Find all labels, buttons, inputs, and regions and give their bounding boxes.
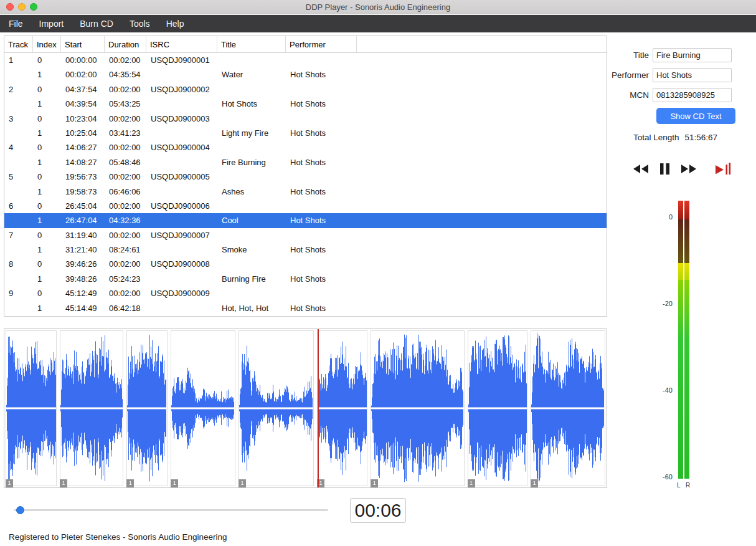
menu-tools[interactable]: Tools	[121, 15, 158, 32]
cell-isrc	[146, 67, 217, 82]
cell-isrc	[146, 126, 217, 140]
performer-field[interactable]	[653, 68, 732, 82]
waveform-segment[interactable]	[239, 330, 314, 486]
meter-red-zone	[678, 201, 683, 219]
window-title: DDP Player - Sonoris Audio Engineering	[0, 0, 756, 14]
cell-title: Water	[217, 67, 286, 82]
table-row[interactable]: 8039:46:2600:02:00USQDJ0900008	[4, 257, 607, 271]
table-row[interactable]: 5019:56:7300:02:00USQDJ0900005	[4, 170, 607, 184]
cell-title	[217, 140, 286, 155]
cell-track	[4, 126, 33, 140]
cell-title: Hot Shots	[217, 97, 286, 111]
column-header-track[interactable]: Track	[4, 36, 33, 52]
table-row[interactable]: 126:47:0404:32:36CoolHot Shots	[4, 213, 607, 228]
table-row[interactable]: 9045:12:4900:02:00USQDJ0900009	[4, 286, 607, 300]
cell-duration: 06:46:06	[105, 184, 146, 199]
column-header-isrc[interactable]: ISRC	[146, 36, 217, 52]
column-header-index[interactable]: Index	[33, 36, 61, 52]
cell-start: 39:46:26	[61, 257, 105, 271]
waveform-segment[interactable]	[171, 330, 235, 486]
column-header-performer[interactable]: Performer	[286, 36, 357, 52]
cell-start: 26:45:04	[61, 199, 105, 213]
cell-isrc	[146, 301, 217, 315]
show-cd-text-button[interactable]: Show CD Text	[656, 108, 735, 124]
cell-isrc: USQDJ0900001	[146, 53, 217, 67]
title-field[interactable]	[653, 48, 732, 62]
column-header-duration[interactable]: Duration	[105, 36, 146, 52]
cell-title: Cool	[217, 213, 286, 228]
cell-start: 04:37:54	[61, 82, 105, 97]
cell-index: 1	[33, 301, 61, 315]
cell-performer	[286, 170, 357, 184]
cell-duration: 00:02:00	[105, 286, 146, 300]
table-row[interactable]: 104:39:5405:43:25Hot ShotsHot Shots	[4, 97, 607, 111]
table-row[interactable]: 6026:45:0400:02:00USQDJ0900006	[4, 199, 607, 213]
column-header-start[interactable]: Start	[61, 36, 105, 52]
table-row[interactable]: 110:25:0403:41:23Light my FireHot Shots	[4, 126, 607, 140]
table-row[interactable]: 1000:00:0000:02:00USQDJ0900001	[4, 53, 607, 67]
menu-help[interactable]: Help	[158, 15, 192, 32]
playhead-cursor[interactable]	[318, 329, 319, 487]
menu-file[interactable]: File	[1, 15, 31, 32]
cell-duration: 04:32:36	[105, 213, 146, 228]
table-row[interactable]: 2004:37:5400:02:00USQDJ0900002	[4, 82, 607, 97]
table-row[interactable]: 139:48:2605:24:23Burning FireHot Shots	[4, 272, 607, 286]
table-body: 1000:00:0000:02:00USQDJ0900001100:02:000…	[4, 53, 607, 315]
cell-title	[217, 199, 286, 213]
waveform-segment[interactable]	[468, 330, 528, 486]
rewind-button[interactable]	[633, 163, 649, 176]
waveform-display[interactable]: 111111111	[4, 328, 607, 488]
cell-track: 9	[4, 286, 33, 300]
total-length-value: 51:56:67	[685, 133, 718, 142]
column-header-title[interactable]: Title	[217, 36, 286, 52]
cell-track: 5	[4, 170, 33, 184]
menu-import[interactable]: Import	[31, 15, 72, 32]
slider-thumb[interactable]	[16, 506, 24, 514]
mcn-field[interactable]	[653, 88, 732, 102]
waveform-segment[interactable]	[126, 330, 168, 486]
waveform-segment[interactable]	[6, 330, 57, 486]
cell-title	[217, 257, 286, 271]
table-row[interactable]: 114:08:2705:48:46Fire BurningHot Shots	[4, 155, 607, 170]
time-display: 00:06	[350, 498, 406, 523]
cell-index: 0	[33, 112, 61, 126]
play-to-marker-button[interactable]	[716, 163, 732, 176]
table-row[interactable]: 4014:06:2700:02:00USQDJ0900004	[4, 140, 607, 155]
meter-bar-right	[684, 201, 689, 479]
table-row[interactable]: 145:14:4906:42:18Hot, Hot, HotHot Shots	[4, 301, 607, 315]
cell-performer: Hot Shots	[286, 97, 357, 111]
meter-dim-zone	[678, 219, 683, 263]
cell-track	[4, 155, 33, 170]
waveform-segment[interactable]	[371, 330, 464, 486]
total-length-row: Total Length 51:56:67	[633, 133, 756, 142]
cell-isrc: USQDJ0900002	[146, 82, 217, 97]
cell-title	[217, 170, 286, 184]
cell-title: Burning Fire	[217, 272, 286, 286]
cell-duration: 00:02:00	[105, 53, 146, 67]
cell-title	[217, 228, 286, 242]
cell-duration: 00:02:00	[105, 170, 146, 184]
index-marker: 1	[6, 479, 13, 487]
cell-track	[4, 213, 33, 228]
index-marker: 1	[239, 479, 246, 487]
menu-burn-cd[interactable]: Burn CD	[72, 15, 121, 32]
cell-track	[4, 272, 33, 286]
table-row[interactable]: 131:21:4008:24:61SmokeHot Shots	[4, 242, 607, 257]
cell-isrc: USQDJ0900007	[146, 228, 217, 242]
pause-button[interactable]	[659, 163, 670, 176]
meter-bar-left	[678, 201, 683, 479]
waveform-segment[interactable]	[317, 330, 367, 486]
title-row: Title	[609, 47, 756, 62]
cell-index: 1	[33, 67, 61, 82]
waveform-segment[interactable]	[531, 330, 605, 486]
position-slider[interactable]	[14, 505, 328, 515]
index-marker: 1	[171, 479, 178, 487]
slider-track[interactable]	[14, 509, 328, 511]
table-row[interactable]: 100:02:0004:35:54WaterHot Shots	[4, 67, 607, 82]
table-row[interactable]: 119:58:7306:46:06AshesHot Shots	[4, 184, 607, 199]
table-row[interactable]: 3010:23:0400:02:00USQDJ0900003	[4, 112, 607, 126]
table-row[interactable]: 7031:19:4000:02:00USQDJ0900007	[4, 228, 607, 242]
cell-title: Fire Burning	[217, 155, 286, 170]
fast-forward-button[interactable]	[681, 163, 697, 176]
waveform-segment[interactable]	[60, 330, 123, 486]
